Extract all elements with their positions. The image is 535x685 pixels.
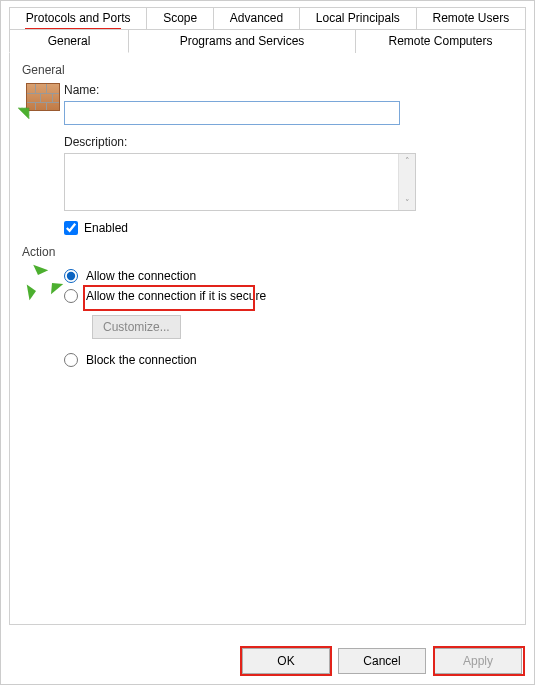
scroll-up-icon[interactable]: ˄ [405,156,410,166]
description-input[interactable] [65,154,398,210]
group-action: Action Allow the connection Allow the co… [22,245,513,373]
cancel-button[interactable]: Cancel [338,648,426,674]
radio-allow[interactable] [64,269,78,283]
tab-scope[interactable]: Scope [147,7,214,29]
tab-general[interactable]: General [9,29,129,53]
radio-allow-label: Allow the connection [86,269,196,283]
firewall-icon [22,81,64,235]
customize-button: Customize... [92,315,181,339]
radio-block[interactable] [64,353,78,367]
tab-advanced[interactable]: Advanced [214,7,300,29]
ok-button[interactable]: OK [242,648,330,674]
tab-programs-and-services[interactable]: Programs and Services [129,29,356,53]
enabled-checkbox[interactable] [64,221,78,235]
tab-remote-computers[interactable]: Remote Computers [356,29,526,53]
group-general: General Name: Description: ˄ ˅ [22,63,513,235]
radio-allow-secure[interactable] [64,289,78,303]
tab-protocols-and-ports[interactable]: Protocols and Ports [9,7,147,29]
enabled-label: Enabled [84,221,128,235]
description-input-wrap: ˄ ˅ [64,153,416,211]
tab-remote-users[interactable]: Remote Users [417,7,526,29]
group-action-label: Action [22,245,513,259]
scroll-down-icon[interactable]: ˅ [405,198,410,208]
tab-row-upper: Protocols and Ports Scope Advanced Local… [9,7,526,29]
radio-allow-secure-label: Allow the connection if it is secure [86,289,266,303]
group-general-label: General [22,63,513,77]
apply-button[interactable]: Apply [434,648,522,674]
tab-row-lower: General Programs and Services Remote Com… [9,29,526,53]
tab-body-general: General Name: Description: ˄ ˅ [9,53,526,625]
radio-block-label: Block the connection [86,353,197,367]
name-input[interactable] [64,101,400,125]
dialog-footer: OK Cancel Apply [242,648,522,674]
description-label: Description: [64,135,513,149]
tab-strip: Protocols and Ports Scope Advanced Local… [9,7,526,625]
action-icon [22,263,64,373]
firewall-rule-properties-dialog: Protocols and Ports Scope Advanced Local… [0,0,535,685]
scrollbar[interactable]: ˄ ˅ [398,154,415,210]
tab-local-principals[interactable]: Local Principals [300,7,417,29]
name-label: Name: [64,83,513,97]
